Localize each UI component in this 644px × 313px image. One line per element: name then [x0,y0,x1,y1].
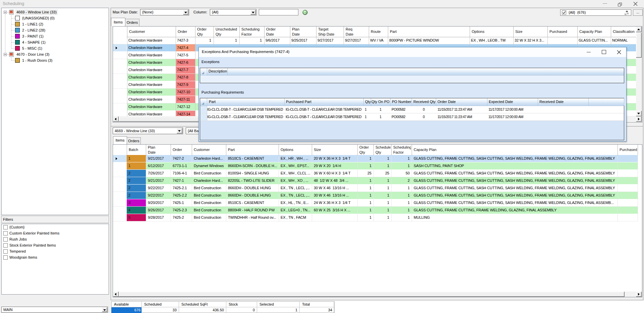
svg-text:12: 12 [10,11,13,13]
svg-text:12: 12 [10,53,13,56]
